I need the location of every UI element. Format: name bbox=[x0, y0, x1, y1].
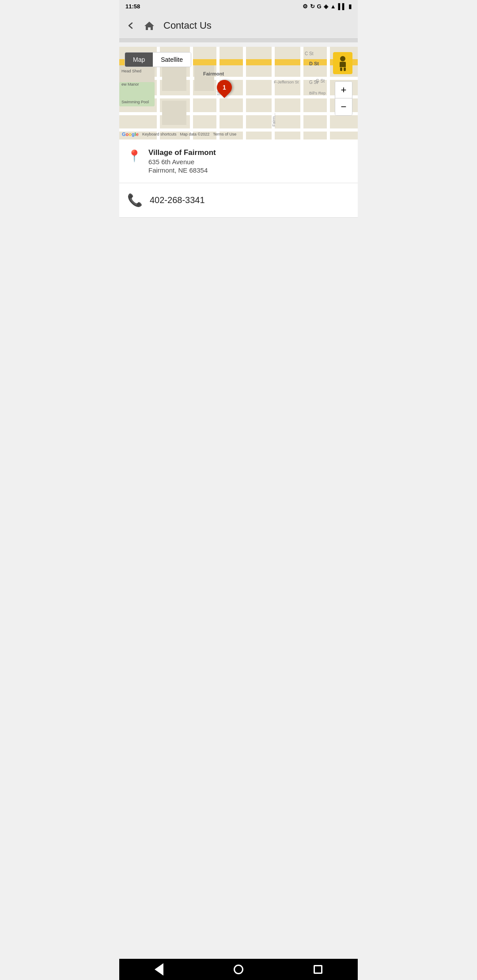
header-divider bbox=[119, 39, 358, 42]
attribution-data: Map data ©2022 bbox=[180, 132, 210, 136]
settings-icon: ⚙ bbox=[303, 3, 308, 10]
label-jefferson: F-Jefferson St bbox=[274, 80, 299, 84]
status-icons: ⚙ ↻ G ◈ ▲ ▌▌ ▮ bbox=[303, 3, 352, 10]
person-head bbox=[340, 56, 345, 61]
label-fairmont-v: Fairm... bbox=[272, 113, 276, 127]
battery-icon: ▮ bbox=[348, 3, 352, 10]
label-manor: ew Manor bbox=[121, 82, 139, 87]
attribution-terms[interactable]: Terms of Use bbox=[213, 132, 236, 136]
map-toggle[interactable]: Map Satellite bbox=[125, 52, 191, 67]
street-v6 bbox=[300, 47, 303, 139]
street-h2 bbox=[119, 95, 358, 98]
status-bar: 11:58 ⚙ ↻ G ◈ ▲ ▌▌ ▮ bbox=[119, 0, 358, 12]
label-head-shed: Head Shed bbox=[121, 69, 141, 73]
home-button[interactable] bbox=[142, 19, 156, 33]
person-leg-left bbox=[340, 68, 342, 71]
label-fairmont: Fairmont bbox=[203, 71, 224, 76]
toolbar: Contact Us bbox=[119, 12, 358, 39]
street-view-button[interactable] bbox=[333, 52, 352, 74]
map-pin: 1 bbox=[217, 80, 232, 95]
block3 bbox=[194, 65, 214, 91]
wifi-icon: ▲ bbox=[330, 3, 336, 10]
sync-icon: ↻ bbox=[310, 3, 315, 10]
zoom-out-button[interactable]: − bbox=[335, 98, 352, 115]
status-time: 11:58 bbox=[125, 3, 140, 10]
map-attribution: Google Keyboard shortcuts Map data ©2022… bbox=[122, 132, 236, 137]
content-area: 📍 Village of Fairmont 635 6th Avenue Fai… bbox=[119, 139, 358, 218]
label-bills: Bill's Rep bbox=[309, 91, 326, 95]
zoom-in-button[interactable]: + bbox=[335, 82, 352, 98]
back-arrow-icon bbox=[126, 21, 135, 30]
block2 bbox=[162, 65, 186, 91]
person-body bbox=[340, 62, 346, 67]
address-street: 635 6th Avenue bbox=[148, 158, 216, 166]
zoom-controls[interactable]: + − bbox=[335, 81, 352, 116]
nfc-icon: ◈ bbox=[324, 3, 328, 10]
street-label-d: D St bbox=[309, 61, 319, 66]
signal-icon: ▌▌ bbox=[338, 3, 346, 10]
person-figure bbox=[338, 56, 347, 70]
google-icon: G bbox=[317, 3, 322, 10]
map-container[interactable]: C St D St G St Head Shed ew Manor Swimmi… bbox=[119, 47, 358, 139]
block4 bbox=[162, 101, 186, 125]
back-button[interactable] bbox=[124, 19, 138, 33]
street-h3 bbox=[119, 112, 358, 115]
person-legs bbox=[338, 68, 347, 71]
home-icon bbox=[144, 20, 155, 31]
location-icon: 📍 bbox=[127, 149, 141, 163]
phone-number[interactable]: 402-268-3341 bbox=[150, 195, 205, 205]
page-title: Contact Us bbox=[163, 20, 212, 31]
phone-section[interactable]: 📞 402-268-3341 bbox=[119, 183, 358, 218]
street-v4 bbox=[243, 47, 246, 139]
address-text: Village of Fairmont 635 6th Avenue Fairm… bbox=[148, 148, 216, 174]
address-city-state-zip: Fairmont, NE 68354 bbox=[148, 166, 216, 174]
street-h4 bbox=[119, 128, 358, 132]
pin-number: 1 bbox=[223, 84, 226, 91]
satellite-tab[interactable]: Satellite bbox=[153, 53, 191, 67]
street-label-c: C St bbox=[305, 51, 313, 56]
street-v7 bbox=[327, 47, 330, 139]
pin-bubble: 1 bbox=[214, 77, 235, 98]
address-name: Village of Fairmont bbox=[148, 148, 216, 157]
attribution-keyboard[interactable]: Keyboard shortcuts bbox=[142, 132, 177, 136]
google-logo: Google bbox=[122, 132, 139, 137]
address-section: 📍 Village of Fairmont 635 6th Avenue Fai… bbox=[119, 139, 358, 183]
label-g-st: G St bbox=[309, 80, 318, 85]
map-tab[interactable]: Map bbox=[125, 53, 153, 67]
person-leg-right bbox=[344, 68, 346, 71]
phone-icon: 📞 bbox=[127, 193, 143, 207]
svg-marker-0 bbox=[144, 22, 154, 30]
label-pool: Swimming Pool bbox=[121, 100, 149, 104]
